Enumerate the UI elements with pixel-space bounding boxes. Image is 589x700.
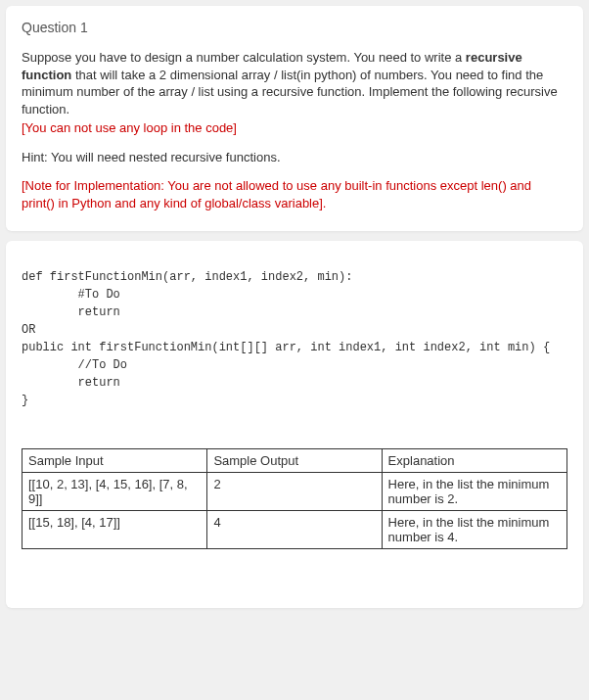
cell-output: 4: [207, 511, 382, 549]
java-code-block: public int firstFunctionMin(int[][] arr,…: [22, 339, 567, 409]
java-close-line: }: [22, 394, 28, 407]
header-input: Sample Input: [23, 449, 207, 473]
table-row: [[10, 2, 13], [4, 15, 16], [7, 8, 9]] 2 …: [23, 473, 567, 511]
sample-table: Sample Input Sample Output Explanation […: [22, 448, 567, 549]
hint-text: Hint: You will need nested recursive fun…: [22, 149, 567, 166]
question-card: Question 1 Suppose you have to design a …: [6, 6, 583, 231]
py-def-line: def firstFunctionMin(arr, index1, index2…: [22, 270, 352, 284]
cell-output: 2: [207, 473, 382, 511]
body-text-2: that will take a 2 dimensional array / l…: [22, 68, 558, 117]
cell-explanation: Here, in the list the minimum number is …: [382, 511, 566, 549]
question-body: Suppose you have to design a number calc…: [22, 49, 567, 117]
python-code-block: def firstFunctionMin(arr, index1, index2…: [22, 268, 567, 321]
header-explanation: Explanation: [382, 449, 566, 473]
cell-input: [[10, 2, 13], [4, 15, 16], [7, 8, 9]]: [23, 473, 207, 511]
header-output: Sample Output: [207, 449, 382, 473]
py-todo-line: #To Do: [22, 288, 120, 302]
restriction-note: [You can not use any loop in the code]: [22, 119, 567, 137]
java-return-line: return: [22, 376, 120, 390]
py-return-line: return: [22, 305, 120, 319]
cell-explanation: Here, in the list the minimum number is …: [382, 473, 566, 511]
java-def-line: public int firstFunctionMin(int[][] arr,…: [22, 341, 550, 354]
body-text-1: Suppose you have to design a number calc…: [22, 50, 466, 65]
table-header-row: Sample Input Sample Output Explanation: [23, 449, 567, 473]
java-todo-line: //To Do: [22, 358, 127, 372]
question-title: Question 1: [22, 20, 567, 35]
implementation-note: [Note for Implementation: You are not al…: [22, 177, 567, 211]
or-separator: OR: [22, 321, 567, 339]
cell-input: [[15, 18], [4, 17]]: [23, 511, 207, 549]
table-row: [[15, 18], [4, 17]] 4 Here, in the list …: [23, 511, 567, 549]
code-card: def firstFunctionMin(arr, index1, index2…: [6, 241, 583, 608]
